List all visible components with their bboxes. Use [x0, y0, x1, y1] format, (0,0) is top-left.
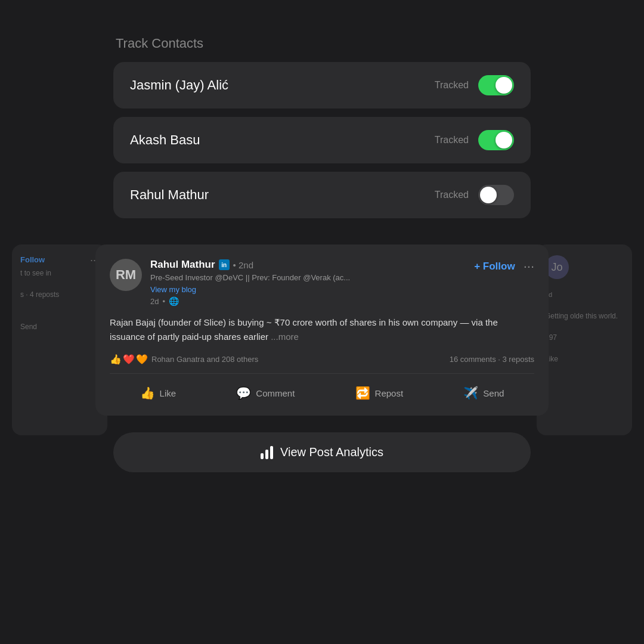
section-title: Track Contacts	[113, 36, 531, 51]
post-header-actions: + Follow ···	[474, 259, 534, 274]
linkedin-icon: in	[219, 259, 230, 270]
ghost-text-right: 3d Getting olde this world. 197 Like	[545, 290, 624, 364]
app-container: Track Contacts Jasmin (Jay) Alić Tracked…	[0, 0, 644, 644]
repost-button[interactable]: 🔁 Repost	[349, 382, 410, 404]
reaction-count: Rohan Ganatra and 208 others	[151, 355, 258, 364]
toggle-akash[interactable]	[478, 130, 514, 150]
toggle-thumb-akash	[496, 132, 512, 148]
connection-degree: • 2nd	[233, 260, 253, 270]
analytics-btn-label: View Post Analytics	[280, 445, 383, 459]
post-header: RM Rahul Mathur in • 2nd Pre-Seed Invest…	[110, 259, 534, 306]
toggle-jasmin[interactable]	[478, 75, 514, 95]
post-card-wrapper: Follow ··· t to see in s · 4 reposts Sen…	[95, 244, 549, 416]
comment-label: Comment	[256, 388, 295, 398]
bar-1	[261, 453, 264, 459]
emoji-heart: ❤️	[123, 354, 135, 365]
more-options-button[interactable]: ···	[524, 259, 534, 274]
author-name: Rahul Mathur	[150, 259, 215, 271]
comment-icon: 💬	[236, 386, 251, 400]
post-avatar: RM	[110, 259, 142, 291]
contact-name-akash: Akash Basu	[130, 132, 200, 148]
emoji-like: 👍	[110, 354, 122, 365]
ghost-avatar-right: Jo	[545, 255, 569, 279]
contact-right-rahul: Tracked	[435, 185, 514, 205]
separator-dot: •	[162, 297, 165, 306]
bar-2	[265, 450, 268, 459]
author-bio: Pre-Seed Investor @DeVC || Prev: Founder…	[150, 273, 350, 283]
like-icon: 👍	[140, 386, 155, 400]
ghost-follow-btn-left: Follow	[20, 255, 99, 264]
post-time: 2d	[150, 297, 159, 306]
track-contacts-section: Track Contacts Jasmin (Jay) Alić Tracked…	[113, 36, 531, 227]
ghost-card-right: Jo 3d Getting olde this world. 197 Like	[537, 244, 632, 435]
tracked-label-rahul: Tracked	[435, 190, 469, 200]
contact-name-rahul: Rahul Mathur	[130, 187, 209, 203]
post-text: Rajan Bajaj (founder of Slice) is buying…	[110, 317, 498, 342]
send-icon: ✈️	[463, 386, 478, 400]
post-author-info: Rahul Mathur in • 2nd Pre-Seed Investor …	[150, 259, 350, 306]
emoji-fire: 🧡	[136, 354, 148, 365]
post-content: Rajan Bajaj (founder of Slice) is buying…	[110, 315, 534, 344]
contact-card-jasmin: Jasmin (Jay) Alić Tracked	[113, 62, 531, 109]
author-name-row: Rahul Mathur in • 2nd	[150, 259, 350, 271]
send-button[interactable]: ✈️ Send	[457, 382, 510, 404]
contact-name-jasmin: Jasmin (Jay) Alić	[130, 78, 228, 93]
tracked-label-akash: Tracked	[435, 135, 469, 145]
reaction-emojis: 👍 ❤️ 🧡	[110, 354, 148, 365]
bar-3	[270, 446, 273, 459]
view-post-analytics-button[interactable]: View Post Analytics	[113, 432, 531, 472]
bar-chart-icon	[261, 446, 273, 459]
engagement-label: 16 comments · 3 reposts	[450, 355, 534, 364]
post-reactions: 👍 ❤️ 🧡 Rohan Ganatra and 208 others 16 c…	[110, 354, 534, 374]
post-author-section: RM Rahul Mathur in • 2nd Pre-Seed Invest…	[110, 259, 350, 306]
like-label: Like	[160, 388, 177, 398]
reaction-left: 👍 ❤️ 🧡 Rohan Ganatra and 208 others	[110, 354, 258, 365]
toggle-thumb-rahul	[480, 187, 497, 203]
tracked-label-jasmin: Tracked	[435, 80, 469, 91]
comment-button[interactable]: 💬 Comment	[230, 382, 301, 404]
toggle-thumb-jasmin	[496, 77, 512, 94]
post-actions: 👍 Like 💬 Comment 🔁 Repost ✈️ Send	[110, 382, 534, 404]
repost-label: Repost	[375, 388, 404, 398]
follow-button[interactable]: + Follow	[474, 261, 515, 273]
ghost-text-left: t to see in s · 4 reposts Send	[20, 268, 99, 332]
globe-icon: 🌐	[169, 296, 179, 306]
contact-right-akash: Tracked	[435, 130, 514, 150]
contact-card-rahul: Rahul Mathur Tracked	[113, 172, 531, 218]
repost-icon: 🔁	[355, 386, 370, 400]
post-card: RM Rahul Mathur in • 2nd Pre-Seed Invest…	[95, 244, 549, 416]
send-label: Send	[483, 388, 504, 398]
contact-card-akash: Akash Basu Tracked	[113, 117, 531, 163]
more-link[interactable]: ...more	[271, 332, 299, 342]
toggle-rahul[interactable]	[478, 185, 514, 205]
author-blog-link[interactable]: View my blog	[150, 285, 350, 294]
analytics-btn-wrapper: View Post Analytics	[113, 432, 531, 472]
post-time-row: 2d • 🌐	[150, 296, 350, 306]
like-button[interactable]: 👍 Like	[134, 382, 182, 404]
contact-right-jasmin: Tracked	[435, 75, 514, 95]
ghost-card-left: Follow ··· t to see in s · 4 reposts Sen…	[12, 244, 107, 435]
